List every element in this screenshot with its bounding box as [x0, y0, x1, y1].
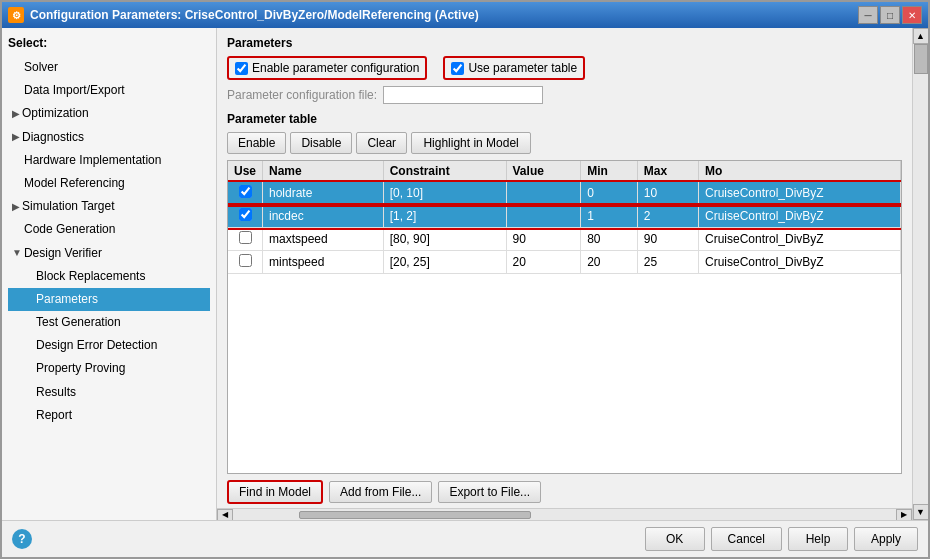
param-table-wrapper: Use Name Constraint Value Min Max Mo — [227, 160, 902, 474]
table-row[interactable]: maxtspeed[80, 90]908090CruiseControl_Div… — [228, 228, 901, 251]
cell-value — [506, 205, 581, 228]
minimize-button[interactable]: ─ — [858, 6, 878, 24]
scroll-up-arrow[interactable]: ▲ — [913, 28, 929, 44]
sidebar-item-parameters[interactable]: Parameters — [8, 288, 210, 311]
sidebar-item-test-generation[interactable]: Test Generation — [8, 311, 210, 334]
sidebar-item-sim-target[interactable]: ▶ Simulation Target — [8, 195, 210, 218]
sidebar-item-property-proving[interactable]: Property Proving — [8, 357, 210, 380]
table-row[interactable]: holdrate[0, 10]010CruiseControl_DivByZ — [228, 182, 901, 205]
sidebar-item-solver[interactable]: Solver — [8, 56, 210, 79]
param-file-label: Parameter configuration file: — [227, 88, 377, 102]
cell-value — [506, 182, 581, 205]
cell-min: 80 — [581, 228, 638, 251]
table-row[interactable]: incdec[1, 2]12CruiseControl_DivByZ — [228, 205, 901, 228]
cell-value: 90 — [506, 228, 581, 251]
scroll-right-arrow[interactable]: ▶ — [896, 509, 912, 521]
bottom-buttons-row: Find in Model Add from File... Export to… — [227, 480, 902, 504]
param-table-section: Parameter table Enable Disable Clear Hig… — [217, 112, 912, 508]
title-buttons: ─ □ ✕ — [858, 6, 922, 24]
enable-button[interactable]: Enable — [227, 132, 286, 154]
apply-button[interactable]: Apply — [854, 527, 918, 551]
sidebar-item-design-verifier[interactable]: ▼ Design Verifier — [8, 242, 210, 265]
help-button[interactable]: Help — [788, 527, 848, 551]
vertical-scrollbar: ▲ ▼ — [912, 28, 928, 520]
use-checkbox[interactable] — [239, 231, 252, 244]
table-header-row: Use Name Constraint Value Min Max Mo — [228, 161, 901, 182]
scroll-down-arrow[interactable]: ▼ — [913, 504, 929, 520]
help-icon-circle[interactable]: ? — [12, 529, 32, 549]
cell-max: 25 — [637, 251, 698, 274]
param-table-label: Parameter table — [227, 112, 902, 126]
sidebar-item-diagnostics[interactable]: ▶ Diagnostics — [8, 126, 210, 149]
param-file-input[interactable] — [383, 86, 543, 104]
use-checkbox[interactable] — [239, 185, 252, 198]
arrow-icon: ▶ — [12, 199, 20, 215]
cell-use[interactable] — [228, 182, 263, 205]
cancel-button[interactable]: Cancel — [711, 527, 782, 551]
sidebar-item-report[interactable]: Report — [8, 404, 210, 427]
footer-left: ? — [12, 529, 32, 549]
cell-use[interactable] — [228, 228, 263, 251]
arrow-icon: ▶ — [12, 106, 20, 122]
clear-button[interactable]: Clear — [356, 132, 407, 154]
scroll-thumb-v[interactable] — [914, 44, 928, 74]
use-checkbox[interactable] — [239, 254, 252, 267]
maximize-button[interactable]: □ — [880, 6, 900, 24]
sidebar-item-hardware[interactable]: Hardware Implementation — [8, 149, 210, 172]
find-in-model-button[interactable]: Find in Model — [227, 480, 323, 504]
main-content: Select: Solver Data Import/Export ▶ Opti… — [2, 28, 928, 520]
table-row[interactable]: mintspeed[20, 25]202025CruiseControl_Div… — [228, 251, 901, 274]
checkbox-row: Enable parameter configuration Use param… — [227, 56, 902, 80]
cell-name: incdec — [263, 205, 384, 228]
enable-param-group: Enable parameter configuration — [227, 56, 427, 80]
enable-param-label: Enable parameter configuration — [252, 61, 419, 75]
sidebar-item-optimization[interactable]: ▶ Optimization — [8, 102, 210, 125]
arrow-down-icon: ▼ — [12, 245, 22, 261]
sidebar-item-model-ref[interactable]: Model Referencing — [8, 172, 210, 195]
sidebar-item-results[interactable]: Results — [8, 381, 210, 404]
enable-param-checkbox[interactable] — [235, 62, 248, 75]
table-button-row: Enable Disable Clear Highlight in Model — [227, 132, 902, 154]
app-icon: ⚙ — [8, 7, 24, 23]
params-section-label: Parameters — [227, 36, 902, 50]
cell-min: 0 — [581, 182, 638, 205]
disable-button[interactable]: Disable — [290, 132, 352, 154]
sidebar-item-data-import[interactable]: Data Import/Export — [8, 79, 210, 102]
cell-name: holdrate — [263, 182, 384, 205]
cell-value: 20 — [506, 251, 581, 274]
sidebar: Select: Solver Data Import/Export ▶ Opti… — [2, 28, 217, 520]
add-from-file-button[interactable]: Add from File... — [329, 481, 432, 503]
col-min: Min — [581, 161, 638, 182]
cell-model: CruiseControl_DivByZ — [699, 182, 901, 205]
cell-max: 2 — [637, 205, 698, 228]
panel-with-scrollbar: Parameters Enable parameter configuratio… — [217, 28, 928, 520]
table-body: holdrate[0, 10]010CruiseControl_DivByZin… — [228, 182, 901, 274]
cell-min: 1 — [581, 205, 638, 228]
footer-right: OK Cancel Help Apply — [645, 527, 918, 551]
col-use: Use — [228, 161, 263, 182]
export-to-file-button[interactable]: Export to File... — [438, 481, 541, 503]
scroll-left-arrow[interactable]: ◀ — [217, 509, 233, 521]
cell-constraint: [80, 90] — [383, 228, 506, 251]
use-table-checkbox[interactable] — [451, 62, 464, 75]
cell-use[interactable] — [228, 251, 263, 274]
use-checkbox[interactable] — [239, 208, 252, 221]
cell-model: CruiseControl_DivByZ — [699, 228, 901, 251]
sidebar-item-design-error[interactable]: Design Error Detection — [8, 334, 210, 357]
ok-button[interactable]: OK — [645, 527, 705, 551]
close-button[interactable]: ✕ — [902, 6, 922, 24]
scroll-thumb-h[interactable] — [299, 511, 531, 519]
cell-model: CruiseControl_DivByZ — [699, 251, 901, 274]
cell-use[interactable] — [228, 205, 263, 228]
sidebar-item-code-gen[interactable]: Code Generation — [8, 218, 210, 241]
param-table: Use Name Constraint Value Min Max Mo — [228, 161, 901, 274]
main-window: ⚙ Configuration Parameters: CriseControl… — [0, 0, 930, 559]
arrow-icon: ▶ — [12, 129, 20, 145]
highlight-button[interactable]: Highlight in Model — [411, 132, 531, 154]
sidebar-item-block-replacements[interactable]: Block Replacements — [8, 265, 210, 288]
cell-constraint: [1, 2] — [383, 205, 506, 228]
window-title: Configuration Parameters: CriseControl_D… — [30, 8, 479, 22]
col-model: Mo — [699, 161, 901, 182]
sidebar-header: Select: — [8, 36, 210, 50]
horizontal-scrollbar[interactable]: ◀ ▶ — [217, 508, 912, 520]
